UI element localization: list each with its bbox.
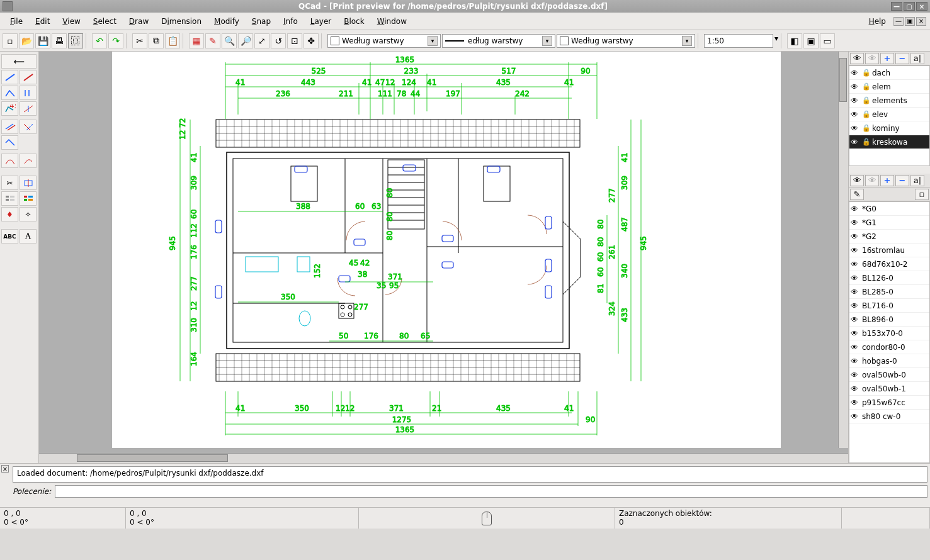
layer-row[interactable]: 👁🔒kreskowa <box>849 135 929 149</box>
print-preview-button[interactable]: ⿴ <box>68 33 83 48</box>
paste-button[interactable]: 📋 <box>165 33 180 48</box>
tool-mtext[interactable]: A <box>20 229 37 244</box>
layer-row[interactable]: 👁🔒dach <box>849 66 929 80</box>
tool-line-tangent[interactable] <box>20 120 37 134</box>
scale-dropdown-icon[interactable]: ▾ <box>774 34 778 48</box>
block-row[interactable]: 👁oval50wb-0 <box>849 368 929 382</box>
menu-select[interactable]: Select <box>87 14 123 28</box>
linetype-dropdown-icon[interactable]: ▾ <box>682 36 692 46</box>
vertical-scrollbar[interactable] <box>838 52 848 448</box>
redo-button[interactable]: ↷ <box>108 33 123 48</box>
menu-info[interactable]: Info <box>277 14 304 28</box>
menu-layer[interactable]: Layer <box>304 14 337 28</box>
zoom-out-button[interactable]: 🔎 <box>238 33 253 48</box>
layer-add-button[interactable]: + <box>880 53 894 64</box>
block-row[interactable]: 👁68d76x10-2 <box>849 257 929 271</box>
drawing-canvas[interactable]: 1365 52523351790 414434147121244143541 2… <box>39 52 848 453</box>
block-row[interactable]: 👁condor80-0 <box>849 340 929 354</box>
tool-line-rect[interactable]: 45 <box>1 101 18 116</box>
menu-dimension[interactable]: Dimension <box>155 14 208 28</box>
layer-showall-button[interactable]: 👁 <box>850 53 864 64</box>
layer-row[interactable]: 👁🔒elements <box>849 94 929 108</box>
layer-row[interactable]: 👁🔒elev <box>849 108 929 121</box>
tool-line-parallel[interactable] <box>1 120 18 134</box>
block-showall-button[interactable]: 👁 <box>850 175 864 186</box>
minimize-button[interactable]: — <box>891 2 902 11</box>
fit-page-button[interactable]: ▭ <box>820 33 835 48</box>
bw-toggle-button[interactable]: ◧ <box>787 33 802 48</box>
center-page-button[interactable]: ▣ <box>803 33 819 48</box>
grid-button[interactable]: ▦ <box>189 33 204 48</box>
block-row[interactable]: 👁oval50wb-1 <box>849 382 929 396</box>
layer-hideall-button[interactable]: 👁 <box>865 53 879 64</box>
block-row[interactable]: 👁p915w67cc <box>849 396 929 410</box>
menu-snap[interactable]: Snap <box>246 14 277 28</box>
new-button[interactable]: ▫ <box>3 33 18 48</box>
tool-explode[interactable]: ✧ <box>20 207 37 221</box>
zoom-auto-button[interactable]: ⤢ <box>254 33 269 48</box>
menu-modify[interactable]: Modify <box>208 14 246 28</box>
draft-button[interactable]: ✎ <box>205 33 220 48</box>
block-insert-button[interactable]: ▫ <box>915 189 929 200</box>
scale-input[interactable] <box>704 34 773 48</box>
tool-text[interactable]: ABC <box>1 229 18 244</box>
block-row[interactable]: 👁16stromlau <box>849 244 929 257</box>
horizontal-scrollbar[interactable] <box>39 453 848 463</box>
tool-line-horiz[interactable] <box>1 86 18 100</box>
color-selector[interactable]: Według warstwy ▾ <box>327 34 441 48</box>
linewidth-dropdown-icon[interactable]: ▾ <box>542 36 552 46</box>
block-row[interactable]: 👁b153x70-0 <box>849 327 929 340</box>
maximize-button[interactable]: ▢ <box>904 2 915 11</box>
command-close-button[interactable]: × <box>1 465 9 473</box>
block-row[interactable]: 👁BL896-0 <box>849 313 929 327</box>
tool-divide[interactable] <box>20 176 37 190</box>
tool-arc[interactable] <box>1 154 18 168</box>
tool-line-angle[interactable] <box>20 70 37 84</box>
menu-file[interactable]: File <box>4 14 29 28</box>
zoom-pan-button[interactable]: ✥ <box>303 33 319 48</box>
block-remove-button[interactable]: − <box>895 175 909 186</box>
undo-button[interactable]: ↶ <box>92 33 107 48</box>
color-dropdown-icon[interactable]: ▾ <box>428 36 438 46</box>
linewidth-selector[interactable]: edług warstwy ▾ <box>442 34 555 48</box>
layer-row[interactable]: 👁🔒elem <box>849 80 929 94</box>
block-row[interactable]: 👁BL285-0 <box>849 285 929 299</box>
block-row[interactable]: 👁hobgas-0 <box>849 354 929 368</box>
menu-window[interactable]: Window <box>371 14 413 28</box>
copy-button[interactable]: ⧉ <box>149 33 164 48</box>
back-button[interactable]: ⟵ <box>1 54 37 69</box>
save-button[interactable]: 💾 <box>35 33 50 48</box>
layer-row[interactable]: 👁🔒kominy <box>849 121 929 135</box>
print-button[interactable]: 🖶 <box>52 33 67 48</box>
menu-draw[interactable]: Draw <box>123 14 155 28</box>
menu-block[interactable]: Block <box>337 14 370 28</box>
menu-edit[interactable]: Edit <box>29 14 56 28</box>
block-list[interactable]: 👁*G0👁*G1👁*G2👁16stromlau👁68d76x10-2👁BL126… <box>849 201 930 463</box>
mdi-minimize-button[interactable]: — <box>893 17 904 26</box>
menu-view[interactable]: View <box>56 14 86 28</box>
open-button[interactable]: 📂 <box>19 33 34 48</box>
tool-line-bisect[interactable] <box>20 101 37 116</box>
block-row[interactable]: 👁sh80 cw-0 <box>849 410 929 423</box>
mdi-close-button[interactable]: × <box>916 17 926 26</box>
block-hideall-button[interactable]: 👁 <box>865 175 879 186</box>
tool-line-vert[interactable] <box>20 86 37 100</box>
block-row[interactable]: 👁*G1 <box>849 216 929 230</box>
zoom-prev-button[interactable]: ↺ <box>271 33 286 48</box>
block-row[interactable]: 👁BL126-0 <box>849 271 929 285</box>
menu-help[interactable]: Help <box>863 14 892 28</box>
command-input[interactable] <box>55 485 927 498</box>
tool-attribs-color[interactable] <box>20 191 37 206</box>
block-row[interactable]: 👁BL716-0 <box>849 299 929 313</box>
tool-attribs[interactable] <box>1 191 18 206</box>
tool-circle[interactable] <box>20 154 37 168</box>
tool-line-ortho[interactable] <box>1 135 18 150</box>
block-add-button[interactable]: + <box>880 175 894 186</box>
tool-line[interactable] <box>1 70 18 84</box>
block-edit-button[interactable]: ✎ <box>850 189 864 200</box>
block-rename-button[interactable]: a| <box>910 175 924 186</box>
zoom-window-button[interactable]: ⊡ <box>287 33 302 48</box>
tool-delete[interactable]: ♦ <box>1 207 18 221</box>
block-row[interactable]: 👁*G0 <box>849 202 929 216</box>
linetype-selector[interactable]: Według warstwy ▾ <box>557 34 695 48</box>
